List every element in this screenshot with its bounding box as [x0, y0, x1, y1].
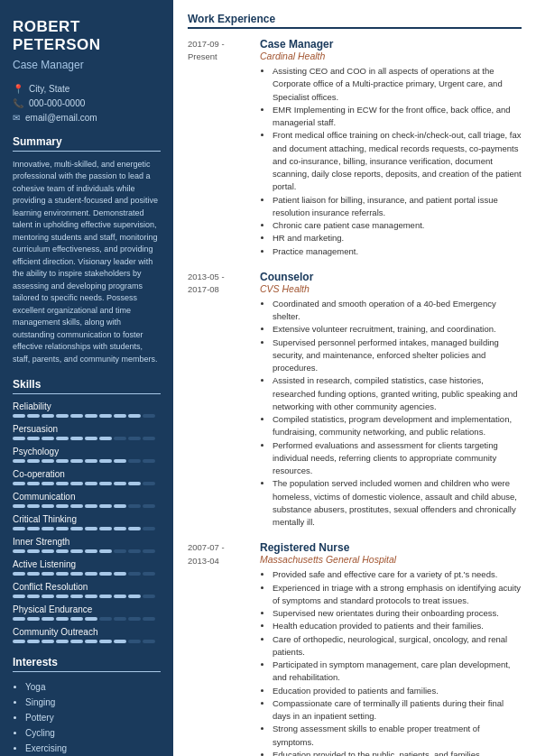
skill-dot: [114, 437, 126, 440]
job-bullet: Coordinated and smooth operation of a 40…: [273, 298, 522, 324]
summary-text: Innovative, multi-skilled, and energetic…: [13, 159, 161, 366]
sidebar: ROBERT PETERSON Case Manager 📍 City, Sta…: [0, 0, 173, 756]
job-bullets: Coordinated and smooth operation of a 40…: [260, 298, 522, 530]
skill-dot: [42, 414, 54, 418]
skill-bar: [13, 504, 161, 508]
skill-dot: [70, 595, 83, 598]
skill-dot: [13, 482, 25, 485]
skill-dot: [70, 459, 83, 463]
skill-dot: [70, 572, 83, 576]
interest-item: Yoga: [25, 679, 161, 695]
job-entry: 2007-07 -2013-04Registered NurseMassachu…: [188, 541, 522, 756]
skill-dot: [85, 482, 97, 485]
skill-bar: [13, 572, 161, 576]
skill-dot: [128, 595, 141, 598]
job-bullet: Practice management.: [273, 245, 522, 258]
skill-dot: [99, 459, 112, 463]
job-bullet: Compiled statistics, program development…: [273, 413, 522, 439]
skill-dot: [70, 414, 83, 418]
skill-dot: [70, 504, 83, 508]
skill-dot: [56, 414, 69, 418]
skill-dot: [114, 482, 126, 485]
skill-dot: [13, 459, 25, 463]
skill-dot: [42, 595, 54, 598]
summary-heading: Summary: [13, 135, 161, 152]
skill-dot: [114, 572, 126, 576]
skill-dot: [56, 640, 69, 643]
skill-dot: [99, 482, 112, 485]
job-date: 2017-09 -Present: [188, 38, 251, 258]
skill-dot: [114, 414, 126, 418]
person-title: Case Manager: [13, 59, 161, 71]
interest-item: Pottery: [25, 710, 161, 725]
skill-dot: [56, 437, 69, 440]
skill-dot: [27, 437, 40, 440]
skill-label: Community Outreach: [13, 627, 161, 637]
skill-bar: [13, 640, 161, 643]
skill-dot: [114, 595, 126, 598]
skill-dot: [42, 437, 54, 440]
job-bullet: Experienced in triage with a strong emph…: [273, 582, 522, 608]
skill-label: Inner Strength: [13, 537, 161, 547]
skill-label: Persuasion: [13, 424, 161, 434]
person-name: ROBERT PETERSON: [13, 18, 161, 55]
skill-dot: [27, 617, 40, 621]
skill-dot: [143, 527, 155, 530]
interest-item: Exercising: [25, 741, 161, 756]
skill-dot: [42, 482, 54, 485]
skill-dot: [56, 617, 69, 621]
skill-dot: [99, 527, 112, 530]
skill-dot: [42, 572, 54, 576]
skill-dot: [27, 549, 40, 553]
skill-dot: [56, 572, 69, 576]
skill-dot: [27, 572, 40, 576]
skill-dot: [27, 504, 40, 508]
skill-dot: [143, 482, 155, 485]
skill-dot: [85, 437, 97, 440]
skill-label: Active Listening: [13, 559, 161, 569]
skill-dot: [85, 414, 97, 418]
job-bullet: EMR Implementing in ECW for the front of…: [273, 104, 522, 130]
skill-dot: [128, 504, 141, 508]
skill-dot: [128, 527, 141, 530]
job-bullet: Chronic care patient case management.: [273, 219, 522, 232]
job-bullet: Education provided to patients and famil…: [273, 685, 522, 697]
job-bullet: Participated in symptom management, care…: [273, 659, 522, 685]
job-title: Counselor: [260, 271, 522, 283]
skill-dot: [56, 482, 69, 485]
skill-dot: [128, 572, 141, 576]
job-bullet: The population served included women and…: [273, 477, 522, 529]
skill-dot: [99, 549, 112, 553]
skill-dot: [27, 414, 40, 418]
job-bullet: Supervised personnel performed intakes, …: [273, 337, 522, 375]
skill-dot: [56, 595, 69, 598]
skills-container: ReliabilityPersuasionPsychologyCo-operat…: [13, 401, 161, 643]
job-bullet: Provided safe and effective care for a v…: [273, 568, 522, 581]
skill-label: Conflict Resolution: [13, 582, 161, 592]
skill-dot: [85, 504, 97, 508]
skill-bar: [13, 617, 161, 621]
job-bullet: Health education provided to patients an…: [273, 620, 522, 632]
skill-dot: [85, 459, 97, 463]
skill-dot: [128, 459, 141, 463]
skill-label: Co-operation: [13, 469, 161, 479]
skills-heading: Skills: [13, 378, 161, 394]
interests-list: YogaSingingPotteryCyclingExercisingMedit…: [13, 679, 161, 756]
skill-dot: [128, 617, 141, 621]
contact-location: 📍 City, State: [13, 84, 161, 94]
job-bullet: Assisting CEO and COO in all aspects of …: [273, 65, 522, 104]
skill-dot: [143, 640, 155, 643]
skill-bar: [13, 595, 161, 598]
skill-bar: [13, 482, 161, 485]
phone-icon: 📞: [13, 98, 23, 108]
skill-dot: [13, 549, 25, 553]
skill-dot: [56, 459, 69, 463]
job-bullet: Care of orthopedic, neurological, surgic…: [273, 633, 522, 659]
skill-dot: [27, 482, 40, 485]
skill-dot: [13, 527, 25, 530]
skill-dot: [85, 572, 97, 576]
skill-dot: [70, 437, 83, 440]
skill-dot: [143, 414, 155, 418]
skill-bar: [13, 549, 161, 553]
skill-dot: [56, 504, 69, 508]
